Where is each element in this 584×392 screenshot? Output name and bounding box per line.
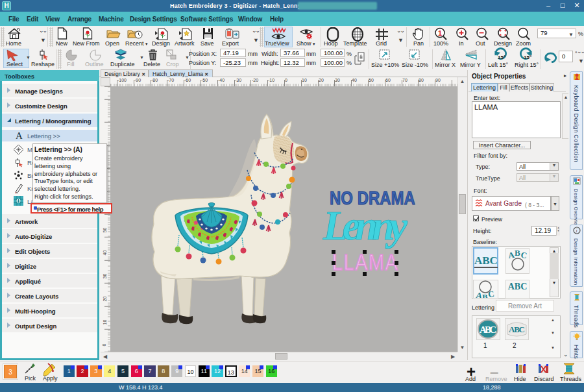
svg-text:ABC: ABC	[480, 325, 496, 335]
svg-text:i: i	[576, 228, 578, 234]
svg-text:1: 1	[438, 29, 442, 37]
svg-text:15°: 15°	[498, 55, 505, 60]
svg-text:B: B	[515, 249, 520, 258]
svg-text:C: C	[520, 250, 528, 260]
svg-text:ABC: ABC	[509, 325, 525, 334]
svg-text:Lenny: Lenny	[322, 203, 408, 249]
svg-text:B: B	[482, 292, 488, 298]
svg-text:C: C	[487, 289, 495, 298]
svg-text:15°: 15°	[524, 55, 531, 60]
